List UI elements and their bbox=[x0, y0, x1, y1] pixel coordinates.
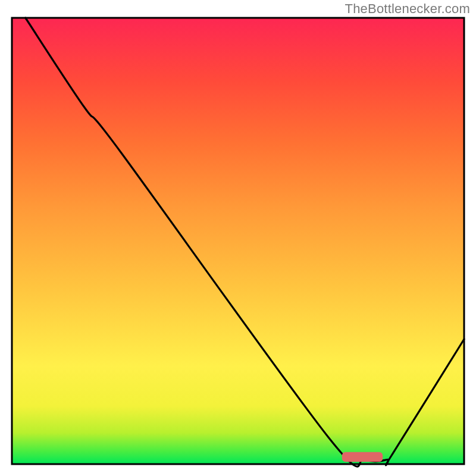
plot-area bbox=[12, 18, 464, 464]
chart-svg bbox=[0, 0, 476, 476]
optimum-marker bbox=[342, 452, 383, 462]
chart-container: TheBottlenecker.com bbox=[0, 0, 476, 476]
watermark-text: TheBottlenecker.com bbox=[345, 1, 470, 17]
